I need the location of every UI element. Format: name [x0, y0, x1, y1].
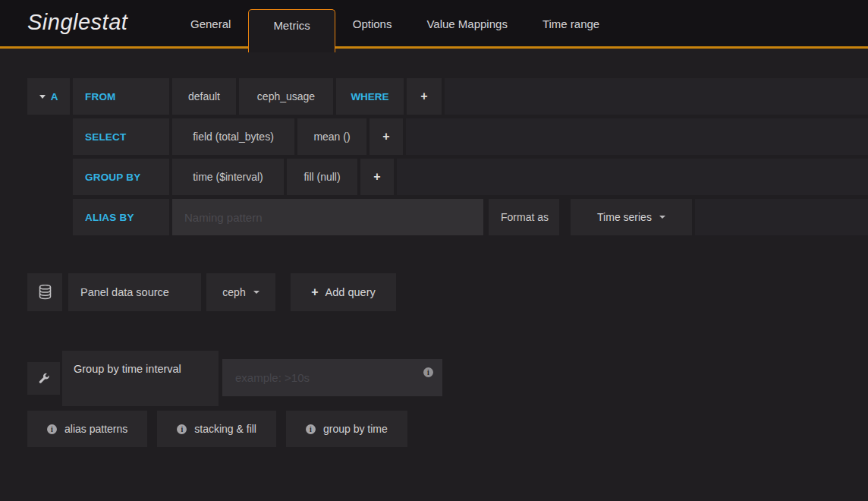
- help-button-label: alias patterns: [64, 423, 127, 435]
- datasource-selected-value: ceph: [222, 286, 245, 298]
- group-by-time-interval-label: Group by time interval: [62, 351, 219, 406]
- help-button-label: group by time: [323, 423, 388, 435]
- plus-icon: +: [311, 285, 318, 299]
- plus-icon: +: [420, 90, 427, 103]
- info-icon: i: [47, 424, 57, 434]
- row-filler: [397, 159, 868, 195]
- format-as-label: Format as: [489, 199, 559, 235]
- row-filler: [406, 118, 868, 155]
- group-by-time-interval-field: i: [222, 359, 442, 396]
- alias-pattern-input[interactable]: [172, 199, 483, 235]
- help-group-by-time-button[interactable]: i group by time: [286, 411, 407, 447]
- select-field-segment[interactable]: field (total_bytes): [172, 118, 294, 155]
- info-icon: i: [306, 424, 316, 434]
- wrench-icon: [27, 362, 60, 395]
- query-row-select: SELECT field (total_bytes) mean () +: [27, 118, 868, 155]
- from-measurement-segment[interactable]: ceph_usage: [239, 78, 333, 115]
- query-row-from: A FROM default ceph_usage WHERE +: [27, 78, 868, 115]
- help-stacking-fill-button[interactable]: i stacking & fill: [157, 411, 276, 447]
- help-button-row: i alias patterns i stacking & fill i gro…: [27, 411, 407, 447]
- chevron-down-icon: [39, 95, 46, 99]
- format-as-value: Time series: [597, 211, 652, 223]
- editor-header: Singlestat General Metrics Options Value…: [0, 0, 868, 49]
- select-aggregation-segment[interactable]: mean (): [297, 118, 366, 155]
- datasource-bar: Panel data source ceph + Add query: [27, 273, 396, 311]
- from-policy-segment[interactable]: default: [172, 78, 236, 115]
- format-as-dropdown[interactable]: Time series: [571, 199, 692, 235]
- add-select-part-button[interactable]: +: [370, 118, 403, 155]
- row-filler: [445, 78, 868, 115]
- database-icon: [27, 273, 62, 311]
- query-editor: A FROM default ceph_usage WHERE + SELECT…: [27, 78, 868, 239]
- tab-time-range[interactable]: Time range: [525, 0, 617, 49]
- database-icon-svg: [39, 285, 52, 300]
- group-by-fill-segment[interactable]: fill (null): [287, 159, 357, 195]
- help-button-label: stacking & fill: [194, 423, 256, 435]
- where-keyword: WHERE: [336, 78, 404, 115]
- tab-bar: General Metrics Options Value Mappings T…: [173, 0, 617, 49]
- chevron-down-icon: [659, 216, 665, 219]
- row-filler: [695, 199, 868, 235]
- query-ref-letter: A: [51, 91, 58, 102]
- tab-options[interactable]: Options: [335, 0, 410, 49]
- panel-datasource-label: Panel data source: [68, 273, 201, 311]
- info-icon: i: [177, 424, 187, 434]
- add-group-by-button[interactable]: +: [360, 159, 394, 195]
- select-keyword: SELECT: [73, 118, 169, 155]
- tab-general[interactable]: General: [173, 0, 248, 49]
- wrench-icon-svg: [37, 372, 50, 385]
- group-by-time-segment[interactable]: time ($interval): [172, 159, 284, 195]
- help-alias-patterns-button[interactable]: i alias patterns: [27, 411, 147, 447]
- info-icon: i: [423, 367, 433, 377]
- alias-by-keyword: ALIAS BY: [73, 199, 169, 235]
- query-collapse-toggle[interactable]: A: [27, 78, 70, 115]
- query-row-group-by: GROUP BY time ($interval) fill (null) +: [27, 159, 868, 195]
- add-query-button[interactable]: + Add query: [291, 273, 396, 311]
- group-by-time-interval-input[interactable]: [222, 359, 442, 396]
- datasource-dropdown[interactable]: ceph: [206, 273, 275, 311]
- add-query-label: Add query: [326, 286, 376, 298]
- from-keyword: FROM: [73, 78, 169, 115]
- group-by-keyword: GROUP BY: [73, 159, 169, 195]
- tab-metrics[interactable]: Metrics: [248, 9, 335, 52]
- plus-icon: +: [373, 170, 380, 184]
- add-where-condition-button[interactable]: +: [407, 78, 442, 115]
- panel-type-title: Singlestat: [27, 10, 127, 35]
- tab-value-mappings[interactable]: Value Mappings: [409, 0, 524, 49]
- chevron-down-icon: [253, 291, 259, 294]
- plus-icon: +: [382, 130, 389, 143]
- query-row-alias-by: ALIAS BY Format as Time series: [27, 199, 868, 235]
